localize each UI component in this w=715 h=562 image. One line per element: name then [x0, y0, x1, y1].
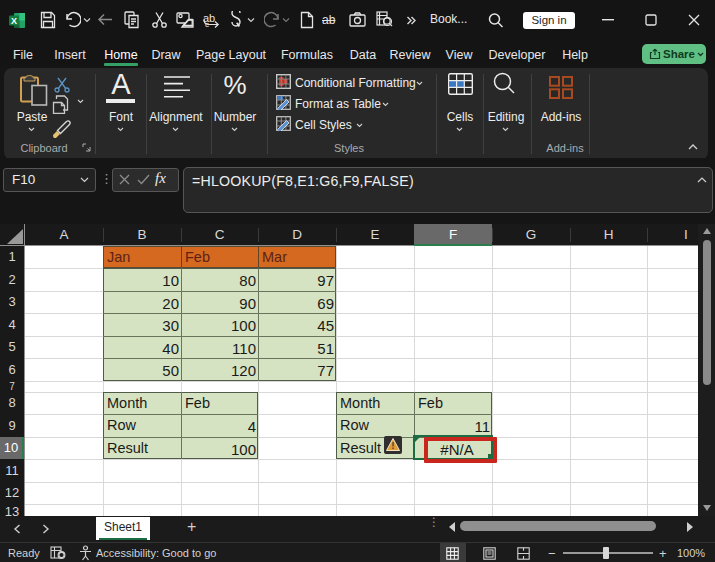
svg-text:X: X: [11, 16, 17, 26]
svg-text:c: c: [205, 20, 209, 29]
